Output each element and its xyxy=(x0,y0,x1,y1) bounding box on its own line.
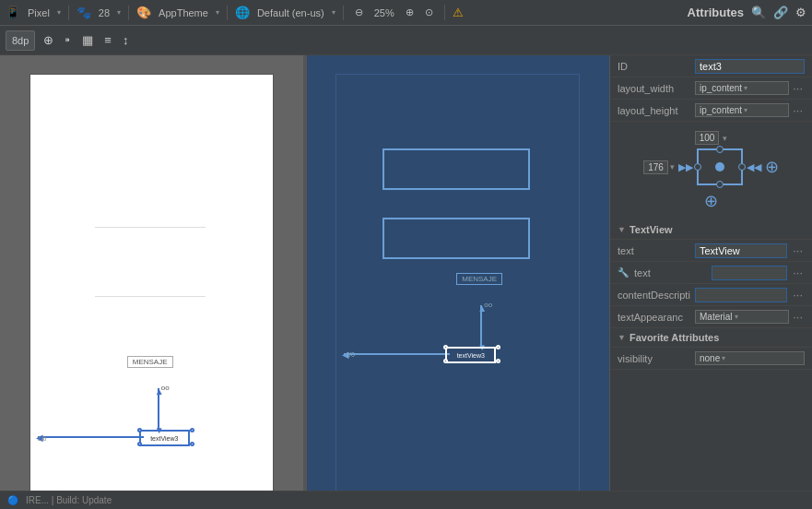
device-dropdown-arrow: ▾ xyxy=(57,8,61,17)
text2-dots[interactable]: ··· xyxy=(791,266,805,279)
wrench-icon: 🔧 xyxy=(618,267,629,278)
cd-plus-right[interactable]: ⊕ xyxy=(765,157,779,177)
visibility-arrow: ▾ xyxy=(722,354,725,362)
right-canvas[interactable]: MENSAJE oo ▲ ▼ ◀ textView3 xyxy=(307,55,610,491)
left-phone-frame: MENSAJE oo ▲ ▼ ◀ textView3 xyxy=(29,74,274,491)
fav-attrs-section-label: Favorite Attributes xyxy=(630,332,719,343)
fav-attrs-section-header[interactable]: ▼ Favorite Attributes xyxy=(610,328,812,348)
theme-dropdown-arrow: ▾ xyxy=(216,8,219,17)
link-icon[interactable]: 🔗 xyxy=(773,6,788,19)
fav-collapse-icon: ▼ xyxy=(618,333,626,342)
anchor-icon[interactable]: ⁍ xyxy=(62,30,74,50)
layout-width-dots[interactable]: ··· xyxy=(791,81,805,95)
theme-group: 🎨 AppTheme ▾ xyxy=(136,6,228,20)
cd-arrow-right: ▶▶ xyxy=(678,161,693,173)
layout-width-label: layout_width xyxy=(618,83,691,94)
cd-number-left[interactable]: 176 xyxy=(643,160,668,174)
visibility-text: none xyxy=(700,353,720,363)
id-input[interactable] xyxy=(695,59,805,74)
content-desc-label: contentDescripti xyxy=(618,290,691,301)
visibility-value: none ▾ xyxy=(695,351,805,365)
text2-label: text xyxy=(634,267,708,278)
collapse-icon: ▼ xyxy=(618,225,626,234)
layout-width-text: ip_content xyxy=(700,83,742,93)
zoom-fit-btn[interactable]: ⊙ xyxy=(421,5,437,20)
api-icon: 🐾 xyxy=(76,6,91,19)
layout-height-select[interactable]: ip_content ▾ xyxy=(695,103,789,117)
left-canvas[interactable]: MENSAJE oo ▲ ▼ ◀ textView3 xyxy=(0,55,303,491)
text-value xyxy=(695,243,787,258)
text-appearance-value: Material ▾ ··· xyxy=(695,310,805,324)
attributes-title: Attributes xyxy=(688,6,744,19)
api-group: 🐾 28 ▾ xyxy=(76,6,129,20)
text-appearance-label: textAppearanc xyxy=(618,312,691,323)
device-group: 📱 Pixel ▾ xyxy=(6,6,69,20)
textview-widget-left[interactable]: textView3 xyxy=(139,430,190,446)
text-appearance-dots[interactable]: ··· xyxy=(791,310,805,324)
cd-arrow-left: ◀◀ xyxy=(747,161,761,173)
search-icon[interactable]: 🔍 xyxy=(751,6,766,19)
zoom-out-btn[interactable]: ⊖ xyxy=(351,5,367,20)
main-area: MENSAJE oo ▲ ▼ ◀ textView3 xyxy=(0,55,812,491)
visibility-select[interactable]: none ▾ xyxy=(695,351,805,365)
text-appearance-select[interactable]: Material ▾ xyxy=(695,310,789,324)
text-dots[interactable]: ··· xyxy=(791,243,805,257)
cd-handle-left[interactable] xyxy=(694,163,701,171)
textview-widget-right[interactable]: textView3 xyxy=(445,347,496,363)
widget-text-left: textView3 xyxy=(150,435,178,442)
locale-dropdown-arrow: ▾ xyxy=(332,8,335,17)
phone-icon: 📱 xyxy=(6,6,20,19)
align-icon[interactable]: ≡ xyxy=(101,30,114,50)
textview-section-header[interactable]: ▼ TextView xyxy=(610,220,812,240)
margin-btn[interactable]: 8dp xyxy=(6,30,35,51)
text-input[interactable] xyxy=(695,243,787,258)
magnet-icon[interactable]: ⊕ xyxy=(41,30,56,50)
content-desc-dots[interactable]: ··· xyxy=(791,288,805,302)
grid-icon[interactable]: ▦ xyxy=(79,30,96,50)
cd-top-num: 100 ▾ xyxy=(695,131,728,145)
text-appearance-row: textAppearanc Material ▾ ··· xyxy=(610,306,812,328)
cd-center-dot xyxy=(715,162,724,172)
constraint-diagram: 100 ▾ 176 ▾ ▶▶ xyxy=(610,122,812,220)
zoom-group: ⊖ 25% ⊕ ⊙ xyxy=(351,5,445,20)
gear-icon[interactable]: ⚙ xyxy=(795,6,806,19)
device-selector[interactable]: Pixel xyxy=(24,6,53,20)
cd-left-dropdown[interactable]: ▾ xyxy=(670,162,675,172)
cd-handle-top[interactable] xyxy=(716,146,724,153)
cd-left-arrows: ▶▶ xyxy=(678,161,693,173)
cd-top-dropdown[interactable]: ▾ xyxy=(723,134,727,143)
cd-handle-bottom[interactable] xyxy=(716,181,724,188)
text-row: text ··· xyxy=(610,240,812,262)
content-desc-input[interactable] xyxy=(695,288,787,302)
text2-input[interactable] xyxy=(712,266,787,280)
right-phone-frame: MENSAJE oo ▲ ▼ ◀ textView3 xyxy=(335,74,580,491)
cd-number-top[interactable]: 100 xyxy=(695,131,720,145)
zoom-level: 25% xyxy=(371,6,398,20)
locale-selector[interactable]: Default (en-us) xyxy=(253,6,328,20)
second-toolbar: 8dp ⊕ ⁍ ▦ ≡ ↕ xyxy=(0,26,812,55)
zoom-in-btn[interactable]: ⊕ xyxy=(402,5,418,20)
id-label: ID xyxy=(618,61,691,72)
status-bar: 🔵 IRE... | Build: Update xyxy=(0,491,812,509)
layout-width-select[interactable]: ip_content ▾ xyxy=(695,81,789,95)
cd-left-group: 176 ▾ xyxy=(643,160,675,174)
layout-width-value: ip_content ▾ ··· xyxy=(695,81,805,95)
visibility-label: visibility xyxy=(618,353,691,364)
side-annotation-right: 1/0 xyxy=(346,351,355,358)
cd-handle-right[interactable] xyxy=(738,163,746,171)
top-toolbar: 📱 Pixel ▾ 🐾 28 ▾ 🎨 AppTheme ▾ 🌐 Default … xyxy=(0,0,812,26)
theme-selector[interactable]: AppTheme xyxy=(155,6,212,20)
layout-height-label: layout_height xyxy=(618,105,691,116)
api-selector[interactable]: 28 xyxy=(95,6,113,20)
layout-height-dots[interactable]: ··· xyxy=(791,103,805,117)
text-label: text xyxy=(618,245,691,256)
margin-icon[interactable]: ↕ xyxy=(120,30,132,50)
cd-center-row: 176 ▾ ▶▶ xyxy=(643,148,779,185)
id-row: ID xyxy=(610,55,812,77)
cd-plus-bottom[interactable]: ⊕ xyxy=(704,191,718,211)
status-blue-icon: 🔵 xyxy=(7,495,18,505)
id-value xyxy=(695,59,805,74)
text2-row: 🔧 text ··· xyxy=(610,262,812,284)
text2-value xyxy=(712,266,787,280)
mensaje-label-left: MENSAJE xyxy=(127,356,173,368)
